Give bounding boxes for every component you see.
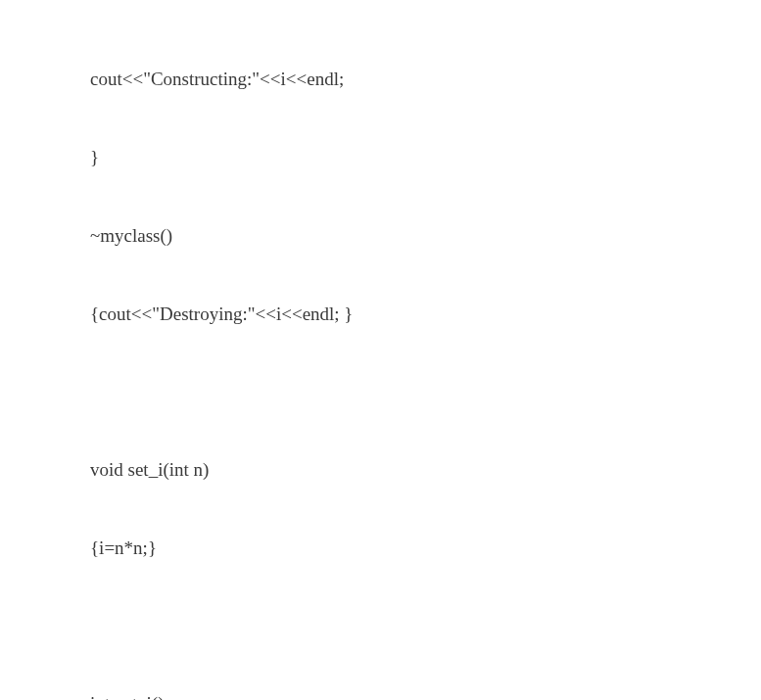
code-line: {cout<<"Destroying:"<<i<<endl; }	[90, 302, 761, 328]
code-line	[90, 379, 761, 405]
code-line	[90, 614, 761, 640]
code-line: int get_i()	[90, 691, 761, 700]
code-line: void set_i(int n)	[90, 457, 761, 484]
code-line: }	[90, 145, 761, 171]
code-line: ~myclass()	[90, 223, 761, 250]
code-line: cout<<"Constructing:"<<i<<endl;	[90, 67, 761, 93]
code-block: cout<<"Constructing:"<<i<<endl; } ~mycla…	[0, 0, 761, 700]
code-line: {i=n*n;}	[90, 536, 761, 562]
